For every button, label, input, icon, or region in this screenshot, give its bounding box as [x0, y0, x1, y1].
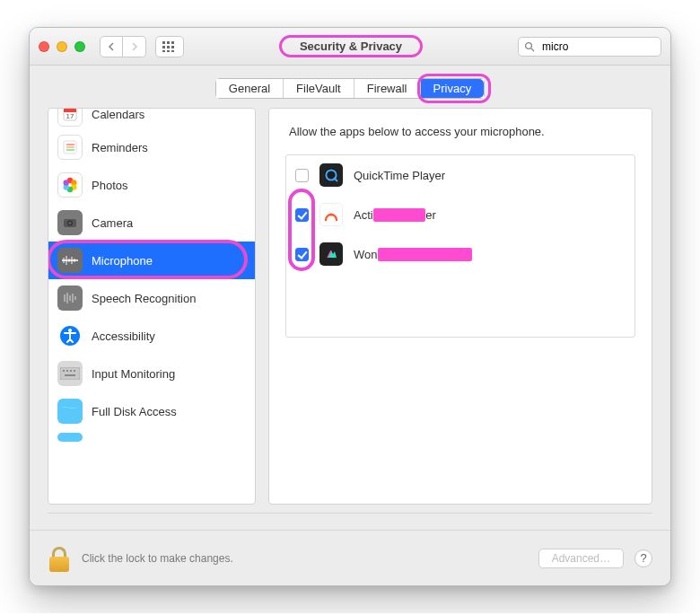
- folder-icon: [57, 433, 83, 442]
- sidebar-item-label: Calendars: [92, 109, 144, 121]
- panel-caption: Allow the apps below to access your micr…: [289, 125, 635, 138]
- microphone-icon: [57, 248, 83, 273]
- sidebar-item-label: Microphone: [92, 254, 153, 268]
- checkbox-activepresenter[interactable]: [295, 208, 309, 222]
- svg-point-48: [329, 213, 332, 215]
- svg-rect-40: [60, 367, 80, 380]
- tab-firewall[interactable]: Firewall: [354, 79, 421, 98]
- divider: [48, 513, 652, 514]
- svg-point-26: [69, 222, 72, 224]
- tab-bar: General FileVault Firewall Privacy: [30, 66, 670, 108]
- window-title: Security & Privacy: [300, 40, 402, 53]
- titlebar: Security & Privacy ✕: [30, 28, 670, 66]
- footer-bar: Click the lock to make changes. Advanced…: [30, 530, 670, 585]
- reminders-icon: [57, 135, 83, 160]
- sidebar-item-label: Accessibility: [92, 329, 155, 343]
- nav-buttons: [100, 36, 146, 57]
- sidebar-item-truncated[interactable]: [48, 430, 255, 444]
- svg-rect-2: [171, 41, 174, 44]
- sidebar-item-accessibility[interactable]: Accessibility: [48, 317, 255, 355]
- sidebar-item-label: Input Monitoring: [92, 367, 175, 381]
- sidebar-item-label: Reminders: [92, 141, 148, 154]
- chevron-right-icon: [131, 42, 138, 51]
- minimize-window-button[interactable]: [57, 41, 67, 52]
- search-input[interactable]: [540, 40, 671, 54]
- app-row-filmora: Wondershare Filmora9: [286, 234, 634, 274]
- app-name-label: QuickTime Player: [354, 169, 445, 182]
- svg-rect-27: [62, 259, 78, 261]
- help-button[interactable]: ?: [634, 549, 652, 567]
- sidebar-item-label: Speech Recognition: [92, 292, 196, 305]
- checkbox-filmora[interactable]: [295, 248, 309, 261]
- lock-message: Click the lock to make changes.: [82, 552, 233, 565]
- svg-rect-0: [162, 41, 165, 44]
- sidebar-item-microphone[interactable]: Microphone: [48, 242, 255, 279]
- preferences-window: Security & Privacy ✕ General FileVault F…: [29, 27, 671, 586]
- keyboard-icon: [57, 361, 83, 386]
- sidebar-item-label: Camera: [92, 216, 133, 230]
- svg-rect-1: [167, 41, 170, 44]
- app-row-activepresenter: ActivePresenter: [286, 195, 634, 234]
- sidebar-item-label: Photos: [92, 179, 127, 192]
- search-field[interactable]: ✕: [518, 37, 661, 57]
- lock-button[interactable]: [48, 545, 71, 572]
- camera-icon: [57, 210, 83, 235]
- svg-rect-3: [162, 46, 165, 48]
- sidebar-item-speech[interactable]: Speech Recognition: [48, 279, 255, 317]
- apps-list: QuickTime Player ActivePresenter: [285, 154, 635, 338]
- tab-general[interactable]: General: [216, 79, 284, 98]
- activepresenter-icon: [319, 203, 343, 226]
- svg-rect-45: [65, 374, 75, 376]
- tab-filevault[interactable]: FileVault: [284, 79, 354, 98]
- svg-point-9: [526, 42, 532, 48]
- back-button[interactable]: [100, 36, 123, 57]
- search-icon: [524, 41, 535, 52]
- svg-rect-8: [171, 50, 174, 52]
- advanced-button[interactable]: Advanced…: [538, 549, 624, 568]
- svg-rect-43: [70, 370, 72, 372]
- tab-privacy[interactable]: Privacy: [421, 79, 485, 98]
- app-name-label: Wondershare Filmora9: [354, 248, 472, 261]
- close-window-button[interactable]: [39, 41, 49, 52]
- folder-icon: [57, 399, 83, 424]
- accessibility-icon: [57, 323, 83, 348]
- zoom-window-button[interactable]: [74, 41, 85, 52]
- svg-line-10: [531, 48, 534, 51]
- app-row-quicktime: QuickTime Player: [286, 155, 634, 195]
- calendar-icon: 17: [57, 109, 83, 127]
- filmora-icon: [319, 242, 343, 266]
- sidebar-item-input-monitoring[interactable]: Input Monitoring: [48, 355, 255, 392]
- svg-rect-42: [66, 370, 68, 372]
- svg-text:17: 17: [66, 112, 74, 120]
- window-title-annotation: Security & Privacy: [279, 35, 423, 57]
- svg-point-39: [68, 329, 72, 332]
- svg-rect-6: [162, 50, 165, 52]
- svg-rect-41: [63, 370, 65, 372]
- sidebar-item-label: Full Disk Access: [92, 405, 177, 418]
- photos-icon: [57, 172, 83, 198]
- svg-point-23: [64, 180, 69, 185]
- window-controls: [39, 41, 85, 52]
- checkbox-quicktime[interactable]: [295, 169, 309, 182]
- svg-rect-7: [167, 50, 170, 52]
- privacy-category-list: 17 Calendars Reminders: [48, 108, 256, 505]
- microphone-access-panel: Allow the apps below to access your micr…: [268, 108, 652, 505]
- forward-button[interactable]: [123, 36, 146, 57]
- app-name-label: ActivePresenter: [354, 208, 436, 222]
- sidebar-item-reminders[interactable]: Reminders: [48, 128, 255, 166]
- content-area: 17 Calendars Reminders: [30, 108, 670, 521]
- chevron-left-icon: [108, 42, 115, 51]
- show-all-prefs-button[interactable]: [155, 36, 184, 57]
- sidebar-item-calendars[interactable]: 17 Calendars: [48, 109, 255, 128]
- speech-icon: [57, 286, 83, 311]
- svg-rect-4: [167, 46, 170, 48]
- svg-rect-44: [74, 370, 75, 372]
- quicktime-icon: [319, 163, 343, 187]
- sidebar-item-full-disk[interactable]: Full Disk Access: [48, 392, 255, 430]
- sidebar-item-photos[interactable]: Photos: [48, 166, 255, 204]
- grid-icon: [162, 41, 177, 52]
- sidebar-item-camera[interactable]: Camera: [48, 204, 255, 242]
- svg-rect-5: [171, 46, 174, 48]
